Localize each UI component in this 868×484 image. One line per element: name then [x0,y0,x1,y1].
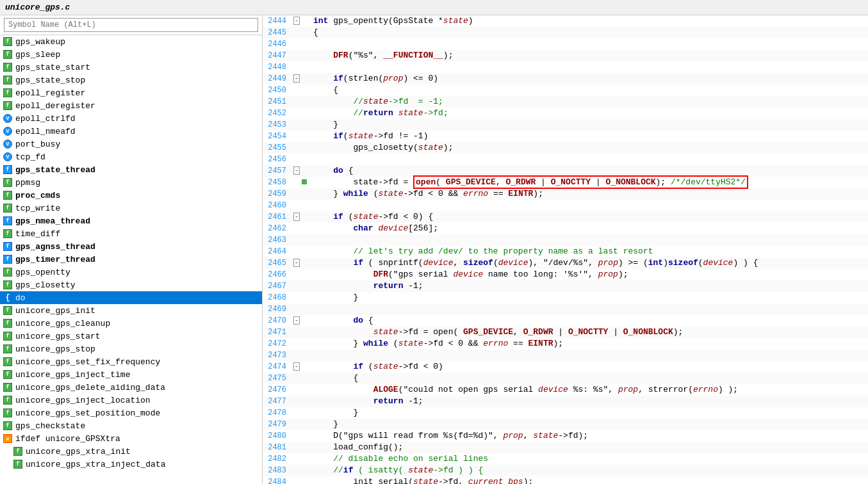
fold-indicator[interactable]: - [291,315,302,327]
code-row-2474: 2474- if (state->fd < 0) [263,361,868,373]
sidebar-item-epoll_register[interactable]: fepoll_register [0,86,262,99]
fold-indicator[interactable]: - [291,211,302,223]
fold-indicator [291,61,302,73]
sidebar-item-epoll_nmeafd[interactable]: vepoll_nmeafd [0,125,262,138]
symbol-label: do [15,293,26,303]
line-number: 2466 [263,269,291,280]
sidebar-item-gps_agnss_thread[interactable]: fgps_agnss_thread [0,240,262,253]
search-input[interactable] [4,18,258,32]
line-marker [302,465,311,476]
sidebar-item-unicore_gps_init[interactable]: funicore_gps_init [0,304,262,317]
line-marker [302,61,311,73]
fold-indicator [291,453,302,465]
code-row-2468: 2468 } [263,292,868,303]
sidebar-item-time_diff[interactable]: ftime_diff [0,227,262,240]
sidebar-item-gps_opentty[interactable]: fgps_opentty [0,266,262,278]
line-marker [302,234,311,246]
code-area: 2444-int gps_opentty(GpsState *state)244… [263,15,868,484]
fold-indicator[interactable]: - [291,15,302,27]
code-row-2475: 2475 { [263,373,868,384]
sidebar-item-gps_nmea_thread[interactable]: fgps_nmea_thread [0,214,262,227]
line-marker [302,327,311,338]
sidebar-item-gps_timer_thread[interactable]: fgps_timer_thread [0,253,262,266]
code-content [311,234,868,246]
line-marker [302,453,311,465]
fold-indicator[interactable]: - [291,257,302,269]
code-content: //return state->fd; [311,108,868,119]
square-green-icon: f [3,421,13,431]
line-number: 2468 [263,292,291,303]
code-content: ALOGE("could not open gps serial device … [311,384,868,396]
fold-indicator[interactable]: - [291,361,302,373]
sidebar-item-port_busy[interactable]: vport_busy [0,138,262,150]
sidebar-item-gps_state_thread[interactable]: fgps_state_thread [0,163,262,176]
sidebar-item-unicore_gps_xtra_init[interactable]: funicore_gps_xtra_init [0,445,262,458]
line-marker [302,85,311,96]
square-green-icon: f [3,305,13,316]
search-container[interactable] [0,15,262,35]
sidebar-item-gps_state_stop[interactable]: fgps_state_stop [0,74,262,86]
line-marker [302,50,311,61]
sidebar-item-epoll_ctrlfd[interactable]: vepoll_ctrlfd [0,112,262,125]
sidebar-item-gps_state_start[interactable]: fgps_state_start [0,61,262,74]
square-green-icon: f [3,395,13,405]
line-marker [302,15,311,27]
code-content: state->fd = open( GPS_DEVICE, O_RDWR | O… [311,177,868,188]
square-green-icon: f [3,190,13,200]
sidebar-item-ifdef_unicore_GPSXtra[interactable]: #ifdef unicore_GPSXtra [0,432,262,445]
line-number: 2479 [263,419,291,430]
line-number: 2464 [263,246,291,257]
symbol-label: gps_closetty [15,280,76,290]
fold-indicator [291,108,302,119]
line-number: 2461 [263,211,291,223]
symbol-label: gps_timer_thread [15,255,95,264]
code-row-2448: 2448 [263,61,868,73]
code-scroll[interactable]: 2444-int gps_opentty(GpsState *state)244… [263,15,868,484]
sidebar-item-epoll_deregister[interactable]: fepoll_deregister [0,99,262,112]
sidebar-item-unicore_gps_set_fix_frequency[interactable]: funicore_gps_set_fix_frequency [0,355,262,368]
sidebar-item-proc_cmds[interactable]: fproc_cmds [0,189,262,202]
fold-indicator [291,85,302,96]
sidebar-item-unicore_gps_set_position_mode[interactable]: funicore_gps_set_position_mode [0,407,262,419]
circle-blue-icon: v [3,113,13,124]
line-number: 2452 [263,108,291,119]
sidebar-item-unicore_gps_delete_aiding_data[interactable]: funicore_gps_delete_aiding_data [0,381,262,394]
sidebar-item-gps_wakeup[interactable]: fgps_wakeup [0,35,262,48]
sidebar-item-gps_sleep[interactable]: fgps_sleep [0,48,262,61]
code-content: } while (state->fd < 0 && errno == EINTR… [311,338,868,350]
symbol-label: unicore_gps_set_fix_frequency [15,357,160,367]
line-marker [302,131,311,142]
sidebar-item-ppmsg[interactable]: fppmsg [0,176,262,189]
symbol-label: gps_state_start [15,63,90,72]
code-content: if (state->fd < 0) { [311,211,868,223]
code-row-2446: 2446 [263,38,868,50]
sidebar-item-unicore_gps_start[interactable]: funicore_gps_start [0,330,262,343]
line-number: 2460 [263,200,291,211]
sidebar-item-tcp_fd[interactable]: vtcp_fd [0,150,262,163]
sidebar-item-tcp_write[interactable]: ftcp_write [0,202,262,214]
code-content: gps_closetty(state); [311,142,868,154]
symbol-label: unicore_gps_xtra_init [26,447,131,456]
fold-indicator[interactable]: - [291,165,302,177]
code-row-2483: 2483 //if ( isatty( state->fd ) ) { [263,465,868,476]
sidebar-item-gps_closetty[interactable]: fgps_closetty [0,278,262,291]
code-row-2466: 2466 DFR("gps serial device name too lon… [263,269,868,280]
line-number: 2476 [263,384,291,396]
sidebar-item-do[interactable]: {do [0,291,262,304]
code-content: return -1; [311,396,868,407]
sidebar-item-unicore_gps_inject_time[interactable]: funicore_gps_inject_time [0,368,262,381]
square-green-icon: f [3,88,13,98]
line-marker [302,430,311,442]
line-number: 2483 [263,465,291,476]
sidebar-item-unicore_gps_stop[interactable]: funicore_gps_stop [0,343,262,355]
symbol-label: port_busy [15,140,60,149]
sidebar-item-unicore_gps_cleanup[interactable]: funicore_gps_cleanup [0,317,262,330]
line-number: 2450 [263,85,291,96]
line-number: 2456 [263,154,291,165]
code-row-2452: 2452 //return state->fd; [263,108,868,119]
sidebar-item-unicore_gps_inject_location[interactable]: funicore_gps_inject_location [0,394,262,407]
sidebar-item-gps_checkstate[interactable]: fgps_checkstate [0,419,262,432]
code-content: //state->fd = -1; [311,96,868,108]
fold-indicator[interactable]: - [291,73,302,85]
sidebar-item-unicore_gps_xtra_inject_data[interactable]: funicore_gps_xtra_inject_data [0,458,262,471]
